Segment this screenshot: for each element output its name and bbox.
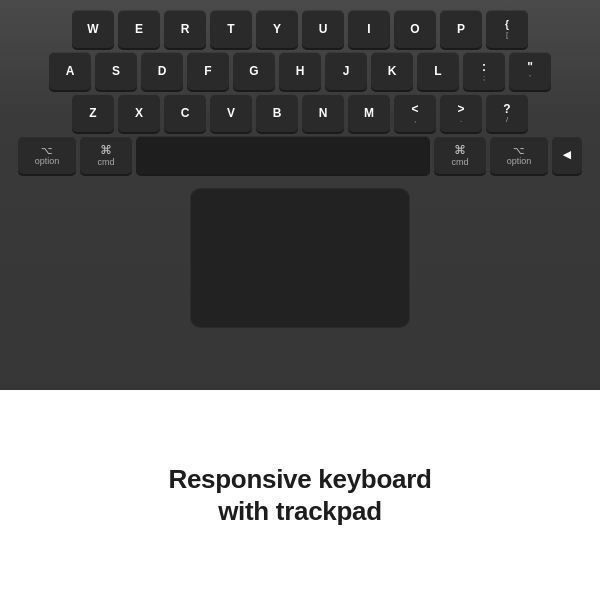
key-h[interactable]: H xyxy=(279,52,321,90)
key-w[interactable]: W xyxy=(72,10,114,48)
headline-line2: with trackpad xyxy=(218,496,382,526)
key-comma[interactable]: <, xyxy=(394,94,436,132)
key-option-right[interactable]: ⌥ option xyxy=(490,136,548,174)
key-period[interactable]: >. xyxy=(440,94,482,132)
key-s[interactable]: S xyxy=(95,52,137,90)
key-e[interactable]: E xyxy=(118,10,160,48)
key-cmd-left[interactable]: ⌘ cmd xyxy=(80,136,132,174)
key-row-bottom: ⌥ option ⌘ cmd ⌘ cmd ⌥ option xyxy=(18,136,582,174)
key-n[interactable]: N xyxy=(302,94,344,132)
keys-grid: W E R T Y U I O P {[ A S D F G xyxy=(18,10,582,174)
key-z[interactable]: Z xyxy=(72,94,114,132)
key-j[interactable]: J xyxy=(325,52,367,90)
key-quote[interactable]: "' xyxy=(509,52,551,90)
key-bracket[interactable]: {[ xyxy=(486,10,528,48)
key-option-left[interactable]: ⌥ option xyxy=(18,136,76,174)
key-o[interactable]: O xyxy=(394,10,436,48)
trackpad[interactable] xyxy=(190,188,410,328)
key-semicolon[interactable]: :; xyxy=(463,52,505,90)
key-f[interactable]: F xyxy=(187,52,229,90)
headline-line1: Responsive keyboard xyxy=(168,464,431,494)
key-u[interactable]: U xyxy=(302,10,344,48)
text-section: Responsive keyboard with trackpad xyxy=(0,390,600,600)
key-row-2: A S D F G H J K L :; "' xyxy=(18,52,582,90)
key-row-3: Z X C V B N M <, >. ?/ xyxy=(18,94,582,132)
key-r[interactable]: R xyxy=(164,10,206,48)
key-a[interactable]: A xyxy=(49,52,91,90)
keyboard-wrapper: W E R T Y U I O P {[ A S D F G xyxy=(18,10,582,338)
key-y[interactable]: Y xyxy=(256,10,298,48)
page-container: W E R T Y U I O P {[ A S D F G xyxy=(0,0,600,600)
key-g[interactable]: G xyxy=(233,52,275,90)
headline: Responsive keyboard with trackpad xyxy=(168,463,431,528)
key-p[interactable]: P xyxy=(440,10,482,48)
key-m[interactable]: M xyxy=(348,94,390,132)
key-arrow-left[interactable]: ◀ xyxy=(552,136,582,174)
key-v[interactable]: V xyxy=(210,94,252,132)
key-k[interactable]: K xyxy=(371,52,413,90)
keyboard-section: W E R T Y U I O P {[ A S D F G xyxy=(0,0,600,390)
key-slash[interactable]: ?/ xyxy=(486,94,528,132)
key-b[interactable]: B xyxy=(256,94,298,132)
key-cmd-right[interactable]: ⌘ cmd xyxy=(434,136,486,174)
key-space[interactable] xyxy=(136,136,430,174)
key-x[interactable]: X xyxy=(118,94,160,132)
key-d[interactable]: D xyxy=(141,52,183,90)
trackpad-area xyxy=(18,188,582,338)
key-i[interactable]: I xyxy=(348,10,390,48)
key-row-1: W E R T Y U I O P {[ xyxy=(18,10,582,48)
key-c[interactable]: C xyxy=(164,94,206,132)
key-t[interactable]: T xyxy=(210,10,252,48)
key-l[interactable]: L xyxy=(417,52,459,90)
